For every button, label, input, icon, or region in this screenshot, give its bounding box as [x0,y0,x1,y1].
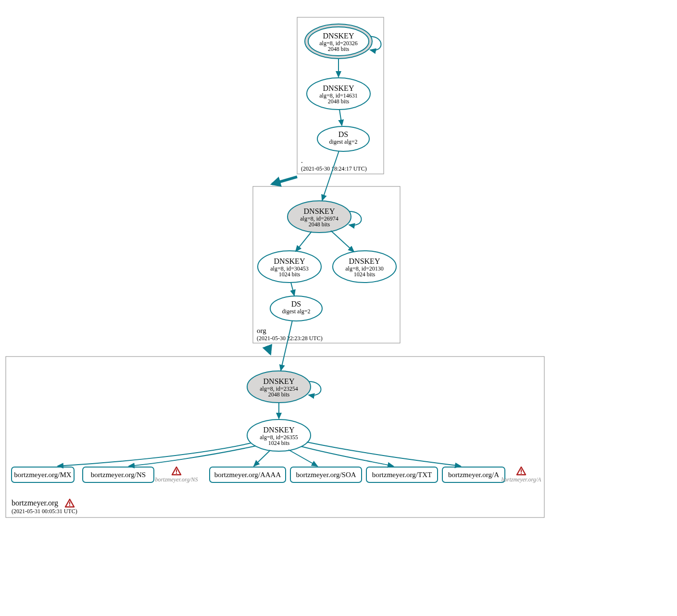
svg-text:2048 bits: 2048 bits [268,391,290,398]
zone-ts-org: (2021-05-30 22:23:28 UTC) [257,335,323,342]
svg-text:digest alg=2: digest alg=2 [329,138,357,145]
edge-zsk-aaaa [254,450,270,466]
svg-rect-46 [69,505,70,506]
warning-icon [172,467,181,475]
warn-a-label: bortzmeyer.org/A [501,476,541,483]
svg-text:2048 bits: 2048 bits [309,221,330,228]
svg-text:1024 bits: 1024 bits [279,271,301,278]
zone-label-org: org [257,327,266,334]
edge-org-ksk-zsk2 [331,231,354,252]
zone-label-root: . [301,157,303,164]
svg-text:DNSKEY: DNSKEY [274,257,305,265]
svg-rect-44 [521,473,522,474]
svg-text:bortzmeyer.org/SOA: bortzmeyer.org/SOA [296,471,356,479]
svg-rect-41 [176,469,177,472]
svg-text:DNSKEY: DNSKEY [323,84,354,92]
node-org-ds: DS digest alg=2 [270,296,322,321]
svg-text:bortzmeyer.org/TXT: bortzmeyer.org/TXT [372,471,432,479]
node-root-ds: DS digest alg=2 [317,126,369,151]
edge-org-zsk1-ds [291,283,294,296]
warning-icon [517,467,526,475]
svg-text:digest alg=2: digest alg=2 [282,308,310,315]
svg-text:DNSKEY: DNSKEY [263,426,295,434]
edge-org-ksk-zsk1 [296,232,312,251]
zone-label-bortz: bortzmeyer.org [12,499,58,507]
svg-text:bortzmeyer.org/AAAA: bortzmeyer.org/AAAA [214,471,281,479]
warn-ns-label: bortzmeyer.org/NS [155,476,198,483]
edge-orgds-bortzksk [281,320,292,370]
svg-text:bortzmeyer.org/NS: bortzmeyer.org/NS [91,471,146,479]
node-bortz-ksk: DNSKEY alg=8, id=23254 2048 bits [247,371,311,403]
svg-text:DS: DS [291,300,301,308]
edge-rootds-orgksk [322,151,339,200]
node-org-zsk2: DNSKEY alg=8, id=20130 1024 bits [333,251,396,283]
edge-root-zsk-ds [339,110,342,125]
edge-zsk-a [307,442,461,466]
edge-deleg-root-org [272,177,297,184]
svg-text:1024 bits: 1024 bits [268,440,290,446]
svg-text:1024 bits: 1024 bits [354,271,376,278]
node-org-ksk: DNSKEY alg=8, id=26974 2048 bits [288,201,351,233]
svg-text:DS: DS [338,130,348,138]
svg-rect-45 [69,502,70,505]
node-root-ksk: DNSKEY alg=8, id=20326 2048 bits [305,24,372,59]
svg-text:2048 bits: 2048 bits [328,46,350,52]
svg-text:DNSKEY: DNSKEY [349,257,380,265]
svg-text:DNSKEY: DNSKEY [304,207,335,215]
svg-text:bortzmeyer.org/MX: bortzmeyer.org/MX [14,471,71,479]
node-org-zsk1: DNSKEY alg=8, id=30453 1024 bits [258,251,321,283]
edge-zsk-ns [129,446,256,466]
svg-text:DNSKEY: DNSKEY [323,32,354,40]
edge-zsk-mx [58,443,251,466]
warning-icon [65,499,74,507]
zone-ts-bortz: (2021-05-31 00:05:31 UTC) [12,508,77,515]
node-root-zsk: DNSKEY alg=8, id=14631 2048 bits [307,78,370,110]
edge-zsk-soa [288,450,317,466]
svg-text:2048 bits: 2048 bits [328,98,350,105]
edge-deleg-org-bortz [267,346,270,354]
svg-text:DNSKEY: DNSKEY [263,377,295,385]
svg-rect-43 [521,469,522,472]
svg-text:bortzmeyer.org/A: bortzmeyer.org/A [448,471,499,479]
svg-rect-42 [176,473,177,474]
